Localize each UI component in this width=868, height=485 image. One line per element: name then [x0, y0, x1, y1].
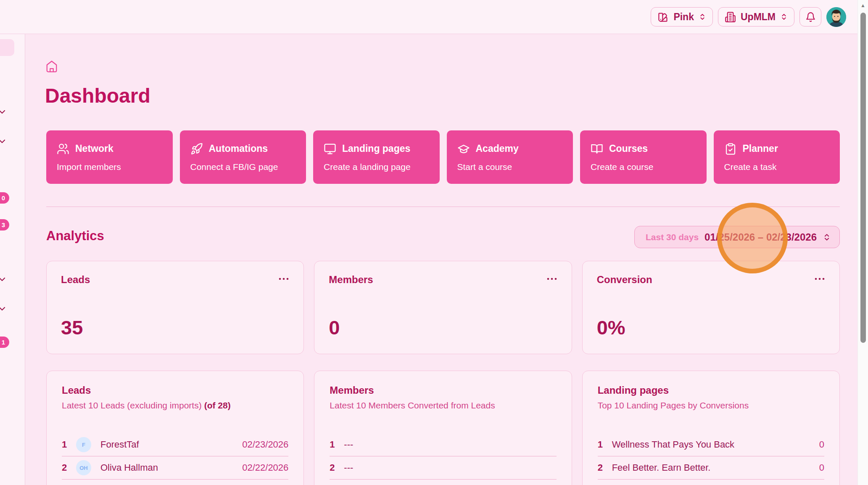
quick-action-title: Landing pages — [342, 143, 410, 154]
list-row[interactable]: 2 Feel Better. Earn Better. 0 — [598, 456, 824, 480]
row-index: 1 — [330, 439, 344, 450]
row-index: 2 — [62, 462, 76, 473]
list-row[interactable]: 2 OH Oliva Hallman 02/22/2026 — [62, 456, 288, 480]
more-options-button[interactable] — [277, 274, 291, 284]
quick-action-network[interactable]: Network Import members — [46, 130, 173, 184]
row-index: 1 — [598, 439, 612, 450]
quick-action-title: Academy — [476, 143, 519, 154]
list-card-leads: Leads Latest 10 Leads (excluding imports… — [46, 371, 304, 485]
users-icon — [57, 143, 69, 155]
list-row[interactable]: 2 --- — [330, 456, 556, 480]
app-window: Pink UpMLM — [0, 0, 868, 485]
list-title: Members — [330, 384, 556, 396]
row-avatar: F — [76, 437, 91, 452]
sidebar-count-badge: 1 — [0, 337, 9, 348]
list-subtitle-text: Top 10 Landing Pages by Conversions — [598, 400, 749, 410]
quick-action-courses[interactable]: Courses Create a course — [580, 130, 707, 184]
clipboard-check-icon — [724, 143, 737, 155]
quick-action-title: Automations — [209, 143, 268, 154]
page-title: Dashboard — [45, 84, 150, 108]
rocket-icon — [190, 143, 203, 155]
list-card-landing-pages: Landing pages Top 10 Landing Pages by Co… — [582, 371, 840, 485]
theme-select-label: Pink — [673, 11, 694, 23]
list-subtitle: Latest 10 Members Converted from Leads — [330, 400, 556, 411]
list-subtitle: Latest 10 Leads (excluding imports)(of 2… — [62, 400, 288, 411]
workspace-select-label: UpMLM — [741, 11, 776, 23]
list-subtitle-text: Latest 10 Members Converted from Leads — [330, 400, 495, 410]
list-subtitle: Top 10 Landing Pages by Conversions — [598, 400, 824, 411]
theme-select[interactable]: Pink — [651, 7, 713, 27]
quick-action-academy[interactable]: Academy Start a course — [447, 130, 573, 184]
monitor-icon — [324, 143, 336, 155]
avatar-illustration-icon — [826, 7, 846, 27]
sidebar-count-badge: 3 — [0, 219, 9, 231]
click-highlight — [717, 203, 788, 273]
row-index: 2 — [330, 462, 344, 473]
stat-card-members: Members 0 — [314, 261, 572, 354]
stats-row: Leads 35 Members 0 Conversion 0% — [46, 261, 840, 354]
sidebar-active-item[interactable] — [0, 39, 14, 56]
stat-card-conversion: Conversion 0% — [582, 261, 840, 354]
notifications-button[interactable] — [799, 7, 821, 27]
building-icon — [725, 11, 736, 23]
topbar: Pink UpMLM — [0, 0, 857, 34]
chevron-down-icon[interactable] — [0, 107, 7, 117]
list-title: Landing pages — [598, 384, 824, 396]
stat-title: Members — [329, 274, 557, 286]
more-options-button[interactable] — [545, 274, 559, 284]
stat-value: 0 — [329, 316, 557, 339]
bell-icon — [805, 12, 816, 22]
list-row[interactable]: 1 Wellness That Pays You Back 0 — [598, 433, 824, 456]
scrollbar-thumb[interactable] — [860, 13, 866, 343]
quick-action-automations[interactable]: Automations Connect a FB/IG page — [180, 130, 306, 184]
stat-title: Leads — [61, 274, 289, 286]
list-title: Leads — [62, 384, 288, 396]
list-rows: 1 F ForestTaf 02/23/2026 2 OH Oliva Hall… — [62, 433, 288, 480]
row-conversions: 0 — [819, 462, 824, 473]
quick-action-planner[interactable]: Planner Create a task — [714, 130, 840, 184]
list-subtitle-count: (of 28) — [204, 400, 231, 410]
user-avatar[interactable] — [826, 7, 846, 27]
date-preset-label: Last 30 days — [646, 232, 699, 242]
row-date: 02/23/2026 — [242, 439, 288, 450]
home-breadcrumb-button[interactable] — [45, 60, 58, 73]
quick-action-title: Courses — [609, 143, 648, 154]
ellipsis-icon — [546, 277, 557, 281]
stat-value: 0% — [597, 316, 825, 339]
ellipsis-icon — [814, 277, 825, 281]
list-rows: 1 Wellness That Pays You Back 0 2 Feel B… — [598, 433, 824, 480]
chevron-up-down-icon — [780, 13, 788, 21]
row-index: 1 — [62, 439, 76, 450]
quick-action-title: Planner — [743, 143, 778, 154]
quick-action-subtitle: Create a task — [724, 162, 830, 172]
ellipsis-icon — [278, 277, 289, 281]
list-row[interactable]: 1 F ForestTaf 02/23/2026 — [62, 433, 288, 456]
section-divider — [46, 207, 840, 207]
quick-action-title: Network — [75, 143, 113, 154]
row-name: --- — [344, 462, 353, 473]
list-rows: 1 --- 2 --- — [330, 433, 556, 480]
row-name: Feel Better. Earn Better. — [612, 462, 711, 473]
row-name: Wellness That Pays You Back — [612, 439, 734, 450]
sidebar-count-badge: 0 — [0, 192, 9, 204]
graduation-cap-icon — [457, 143, 470, 155]
list-row[interactable]: 1 --- — [330, 433, 556, 456]
quick-action-landing-pages[interactable]: Landing pages Create a landing page — [313, 130, 440, 184]
workspace-select[interactable]: UpMLM — [718, 7, 794, 27]
chevron-down-icon[interactable] — [0, 136, 7, 146]
quick-action-subtitle: Create a course — [591, 162, 696, 172]
book-open-icon — [591, 143, 603, 155]
row-name: ForestTaf — [100, 439, 139, 450]
chevron-up-down-icon — [699, 13, 706, 21]
quick-action-subtitle: Import members — [57, 162, 162, 172]
lists-row: Leads Latest 10 Leads (excluding imports… — [46, 371, 840, 485]
swatch-book-icon — [657, 11, 669, 23]
chevron-down-icon[interactable] — [0, 304, 7, 314]
more-options-button[interactable] — [813, 274, 827, 284]
vertical-scrollbar[interactable]: ▲ — [857, 0, 868, 485]
chevron-down-icon[interactable] — [0, 274, 7, 284]
quick-action-subtitle: Start a course — [457, 162, 563, 172]
scroll-up-arrow-icon[interactable]: ▲ — [858, 3, 868, 8]
row-name: --- — [344, 439, 353, 450]
list-subtitle-text: Latest 10 Leads (excluding imports) — [62, 400, 202, 410]
